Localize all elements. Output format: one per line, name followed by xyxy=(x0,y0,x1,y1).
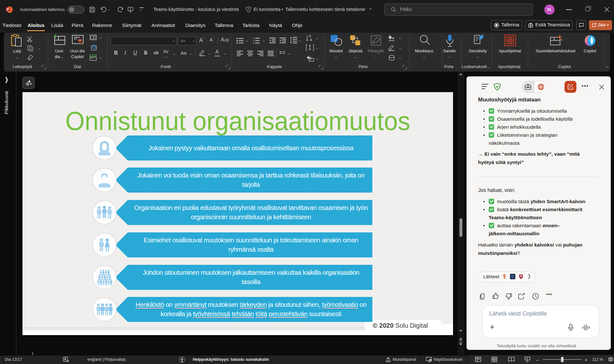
svg-text:3: 3 xyxy=(253,42,254,44)
svg-text:A: A xyxy=(309,34,311,38)
svg-text:?: ? xyxy=(248,8,250,11)
